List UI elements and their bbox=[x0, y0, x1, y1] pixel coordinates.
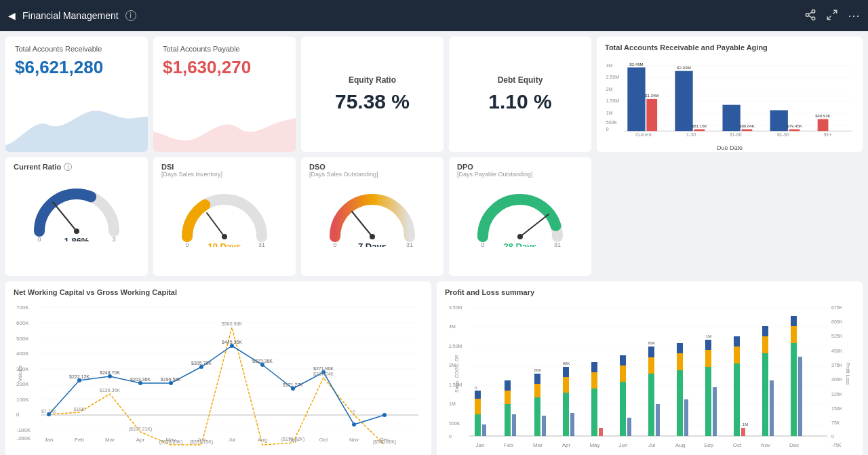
svg-text:$171.27K: $171.27K bbox=[283, 382, 303, 387]
header-actions: ⋯ bbox=[804, 8, 860, 23]
svg-text:31-60: 31-60 bbox=[730, 132, 742, 137]
svg-text:$271.80K: $271.80K bbox=[313, 366, 334, 371]
pnl-bar-chart: 3.50M 3M 2.50M 2M 1.50M 1M 500K 0 675K 6… bbox=[445, 299, 854, 455]
svg-rect-182 bbox=[648, 347, 654, 357]
svg-text:300K: 300K bbox=[831, 377, 843, 382]
svg-text:1-30: 1-30 bbox=[686, 132, 696, 137]
svg-text:500K: 500K bbox=[16, 336, 29, 342]
svg-point-48 bbox=[222, 234, 227, 239]
svg-rect-175 bbox=[599, 428, 603, 436]
more-icon[interactable]: ⋯ bbox=[848, 8, 860, 23]
svg-rect-203 bbox=[791, 343, 797, 436]
svg-text:525K: 525K bbox=[831, 334, 843, 338]
svg-text:0: 0 bbox=[831, 434, 834, 439]
svg-text:600K: 600K bbox=[831, 319, 843, 324]
svg-text:Dec: Dec bbox=[789, 442, 799, 448]
svg-text:Feb: Feb bbox=[504, 442, 513, 448]
svg-text:375K: 375K bbox=[831, 363, 843, 368]
dso-subtitle: [Days Sales Outstanding] bbox=[309, 171, 435, 178]
svg-text:31: 31 bbox=[406, 241, 413, 247]
svg-text:31: 31 bbox=[258, 241, 265, 247]
svg-text:Mar: Mar bbox=[105, 437, 115, 443]
svg-text:100K: 100K bbox=[16, 397, 29, 403]
svg-text:($107.21K): ($107.21K) bbox=[129, 427, 153, 432]
svg-text:$248.70K: $248.70K bbox=[100, 370, 120, 375]
svg-text:Jul: Jul bbox=[229, 437, 235, 443]
svg-text:$136.36K: $136.36K bbox=[100, 388, 120, 393]
nwc-chart-title: Net Working Capital vs Gross Working Cap… bbox=[14, 288, 423, 296]
svg-text:Oct: Oct bbox=[733, 442, 742, 448]
svg-rect-200 bbox=[762, 336, 768, 353]
svg-line-5 bbox=[833, 10, 837, 14]
svg-rect-201 bbox=[762, 326, 768, 336]
svg-text:3M: 3M bbox=[449, 324, 456, 329]
svg-point-93 bbox=[382, 413, 387, 417]
svg-rect-35 bbox=[818, 119, 829, 132]
svg-text:$81.16K: $81.16K bbox=[692, 123, 708, 128]
svg-text:500K: 500K bbox=[449, 421, 460, 426]
svg-rect-205 bbox=[791, 316, 797, 326]
svg-text:$86.64K: $86.64K bbox=[739, 123, 755, 128]
svg-text:Apr: Apr bbox=[136, 437, 145, 443]
svg-text:Feb: Feb bbox=[75, 437, 84, 443]
equity-ratio-value: 75.38 % bbox=[335, 90, 410, 113]
svg-text:$1.34M: $1.34M bbox=[645, 93, 658, 98]
debt-equity-card: Debt Equity 1.10 % bbox=[449, 37, 591, 152]
svg-text:28 Days: 28 Days bbox=[503, 241, 536, 247]
svg-rect-21 bbox=[627, 67, 645, 131]
svg-rect-25 bbox=[675, 71, 692, 131]
svg-rect-179 bbox=[627, 418, 631, 436]
svg-line-4 bbox=[808, 12, 812, 14]
debt-equity-value: 1.10 % bbox=[488, 90, 551, 113]
svg-text:2.50M: 2.50M bbox=[449, 344, 462, 349]
svg-text:Aug: Aug bbox=[258, 437, 267, 443]
svg-text:700K: 700K bbox=[16, 304, 29, 311]
svg-text:Sep: Sep bbox=[288, 437, 298, 443]
svg-text:0: 0 bbox=[449, 434, 452, 439]
svg-line-47 bbox=[207, 213, 224, 237]
svg-rect-161 bbox=[512, 414, 516, 436]
svg-text:90K: 90K bbox=[563, 361, 570, 365]
svg-text:$323.38K: $323.38K bbox=[252, 359, 273, 363]
svg-text:$2.03M: $2.03M bbox=[677, 65, 690, 70]
svg-text:Sales, COGS, OE: Sales, COGS, OE bbox=[454, 355, 459, 393]
svg-rect-188 bbox=[684, 399, 688, 436]
svg-text:Values: Values bbox=[17, 365, 23, 382]
svg-text:400K: 400K bbox=[16, 351, 29, 357]
svg-text:75K: 75K bbox=[831, 420, 840, 425]
dsi-subtitle: [Days Sales Inventory] bbox=[161, 171, 288, 178]
svg-rect-29 bbox=[722, 105, 740, 132]
info-icon[interactable]: i bbox=[125, 10, 136, 21]
svg-point-2 bbox=[812, 17, 815, 20]
svg-rect-178 bbox=[620, 355, 626, 365]
svg-text:500K: 500K bbox=[606, 120, 618, 125]
share-icon[interactable] bbox=[804, 9, 816, 23]
svg-text:225K: 225K bbox=[831, 392, 843, 397]
svg-text:80K: 80K bbox=[534, 368, 542, 372]
svg-text:2M: 2M bbox=[606, 87, 613, 92]
svg-text:$7.79K: $7.79K bbox=[41, 409, 57, 414]
svg-point-0 bbox=[812, 9, 815, 13]
svg-point-58 bbox=[517, 234, 523, 239]
svg-line-52 bbox=[352, 212, 372, 237]
svg-text:$237.24K: $237.24K bbox=[313, 372, 334, 376]
svg-rect-163 bbox=[534, 384, 540, 397]
svg-rect-162 bbox=[534, 397, 540, 436]
svg-line-42 bbox=[53, 202, 77, 231]
svg-text:-100K: -100K bbox=[16, 427, 31, 433]
current-ratio-info-icon[interactable]: i bbox=[64, 163, 72, 171]
back-icon[interactable]: ◀ bbox=[8, 10, 16, 21]
svg-rect-159 bbox=[505, 391, 511, 404]
svg-text:0: 0 bbox=[16, 412, 20, 418]
svg-rect-32 bbox=[770, 111, 788, 132]
svg-text:-75K: -75K bbox=[831, 443, 842, 448]
dpo-subtitle: [Days Payable Outstanding] bbox=[457, 171, 583, 178]
dsi-card: DSI [Days Sales Inventory] 10 Days 0 31 bbox=[153, 157, 296, 276]
dpo-title: DPO bbox=[457, 163, 583, 171]
svg-text:0: 0 bbox=[37, 236, 41, 241]
svg-rect-190 bbox=[705, 350, 711, 367]
svg-rect-158 bbox=[505, 404, 511, 436]
svg-text:Oct: Oct bbox=[319, 437, 328, 443]
expand-icon[interactable] bbox=[826, 9, 838, 23]
total-ar-value: $6,621,280 bbox=[15, 57, 138, 78]
